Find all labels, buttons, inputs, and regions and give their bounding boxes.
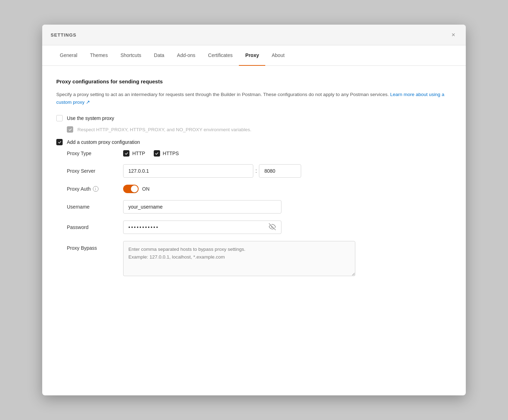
- section-title: Proxy configurations for sending request…: [56, 78, 452, 84]
- password-label: Password: [67, 224, 123, 230]
- nav-tabs: General Themes Shortcuts Data Add-ons Ce…: [42, 45, 466, 66]
- username-label: Username: [67, 204, 123, 210]
- description: Specify a proxy setting to act as an int…: [56, 91, 452, 106]
- proxy-bypass-label: Proxy Bypass: [67, 241, 123, 251]
- system-proxy-checkbox[interactable]: [56, 115, 63, 121]
- http-checkbox[interactable]: [123, 150, 129, 157]
- https-label: HTTPS: [163, 151, 179, 156]
- close-button[interactable]: ×: [449, 31, 457, 39]
- tab-themes[interactable]: Themes: [84, 45, 114, 66]
- title-bar: SETTINGS ×: [42, 25, 466, 45]
- settings-group: Use the system proxy Respect HTTP_PROXY,…: [56, 115, 452, 276]
- tab-addons[interactable]: Add-ons: [171, 45, 202, 66]
- username-row: Username: [67, 200, 452, 214]
- password-field-wrapper: [123, 221, 281, 234]
- custom-proxy-row: Add a custom proxy configuration: [56, 139, 452, 145]
- toggle-password-button[interactable]: [267, 222, 277, 233]
- system-proxy-row: Use the system proxy: [56, 115, 452, 121]
- proxy-type-options: HTTP HTTPS: [123, 150, 179, 157]
- tab-general[interactable]: General: [53, 45, 84, 66]
- eye-off-icon: [269, 223, 276, 230]
- proxy-auth-label: Proxy Auth i: [67, 186, 123, 192]
- proxy-server-label: Proxy Server: [67, 168, 123, 174]
- custom-proxy-options: Proxy Type HTTP: [67, 150, 452, 276]
- tab-data[interactable]: Data: [148, 45, 171, 66]
- respect-env-label[interactable]: Respect HTTP_PROXY, HTTPS_PROXY, and NO_…: [77, 127, 251, 132]
- tab-about[interactable]: About: [265, 45, 291, 66]
- server-input-group: :: [123, 164, 301, 178]
- proxy-bypass-input[interactable]: [123, 241, 355, 276]
- custom-proxy-label[interactable]: Add a custom proxy configuration: [67, 139, 140, 145]
- window-title: SETTINGS: [51, 32, 76, 38]
- proxy-port-input[interactable]: [259, 164, 301, 178]
- https-checkbox[interactable]: [154, 150, 160, 157]
- proxy-server-row: Proxy Server :: [67, 164, 452, 178]
- password-input[interactable]: [123, 221, 281, 234]
- system-proxy-label[interactable]: Use the system proxy: [67, 115, 114, 121]
- colon-separator: :: [255, 168, 257, 174]
- proxy-bypass-row: Proxy Bypass: [67, 241, 452, 276]
- proxy-auth-toggle[interactable]: [123, 185, 139, 193]
- https-option: HTTPS: [154, 150, 179, 157]
- tab-certificates[interactable]: Certificates: [202, 45, 239, 66]
- tab-proxy[interactable]: Proxy: [239, 45, 265, 66]
- proxy-auth-row: Proxy Auth i ON: [67, 185, 452, 193]
- proxy-auth-toggle-container: ON: [123, 185, 150, 193]
- content-area: Proxy configurations for sending request…: [42, 66, 466, 296]
- http-label: HTTP: [132, 151, 145, 156]
- proxy-type-label: Proxy Type: [67, 151, 123, 156]
- proxy-type-row: Proxy Type HTTP: [67, 150, 452, 157]
- http-option: HTTP: [123, 150, 145, 157]
- password-row: Password: [67, 221, 452, 234]
- custom-proxy-checkbox[interactable]: [56, 139, 63, 145]
- username-input[interactable]: [123, 200, 281, 214]
- proxy-auth-info-icon[interactable]: i: [93, 186, 99, 192]
- settings-window: SETTINGS × General Themes Shortcuts Data…: [42, 25, 466, 395]
- respect-env-checkbox[interactable]: [67, 126, 73, 133]
- tab-shortcuts[interactable]: Shortcuts: [114, 45, 147, 66]
- respect-env-row: Respect HTTP_PROXY, HTTPS_PROXY, and NO_…: [67, 126, 452, 133]
- proxy-auth-status: ON: [142, 186, 150, 192]
- proxy-server-input[interactable]: [123, 164, 253, 178]
